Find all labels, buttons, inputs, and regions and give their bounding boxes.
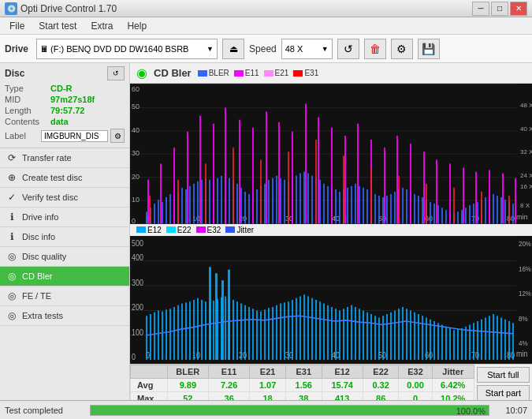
legend-color-jitter	[225, 226, 235, 233]
sidebar-item-create-test-disc[interactable]: ⊕ Create test disc	[0, 168, 129, 188]
menu-bar: File Start test Extra Help	[0, 17, 532, 35]
svg-rect-53	[236, 184, 238, 224]
svg-rect-144	[410, 144, 411, 223]
label-edit-button[interactable]: ⚙	[110, 129, 125, 143]
svg-rect-157	[260, 159, 262, 223]
svg-rect-235	[307, 296, 309, 360]
menu-file[interactable]: File	[3, 19, 31, 33]
close-button[interactable]: ✕	[510, 2, 527, 16]
legend-color-e31	[293, 70, 303, 77]
svg-rect-225	[268, 308, 270, 360]
speed-value: 48 X	[285, 44, 303, 54]
svg-rect-223	[260, 311, 262, 360]
top-chart: 0 10 20 30 40 50 60 0 10 20 30 40 50 60 …	[130, 84, 532, 224]
sidebar-item-label-transfer-rate: Transfer rate	[22, 153, 72, 163]
svg-text:0: 0	[132, 352, 136, 360]
menu-help[interactable]: Help	[121, 19, 153, 33]
svg-rect-111	[465, 208, 467, 223]
menu-extra[interactable]: Extra	[84, 19, 119, 33]
erase-button[interactable]: 🗑	[364, 39, 386, 59]
svg-rect-39	[181, 188, 183, 224]
disc-length-value: 79:57.72	[50, 106, 84, 115]
maximize-button[interactable]: □	[491, 2, 508, 16]
speed-arrow: ▼	[322, 45, 329, 53]
svg-rect-90	[382, 197, 384, 223]
sidebar-item-drive-info[interactable]: ℹ Drive info	[0, 208, 129, 227]
app-icon: 💿	[5, 2, 17, 15]
disc-length-key: Length	[5, 106, 50, 115]
sidebar-item-disc-quality[interactable]: ◎ Disc quality	[0, 247, 129, 267]
drive-selector[interactable]: 🖩 (F:) BENQ DVD DD DW1640 BSRB ▼	[36, 39, 218, 59]
svg-rect-237	[315, 300, 317, 361]
svg-rect-83	[355, 184, 356, 224]
svg-rect-142	[384, 148, 385, 223]
sidebar-item-cd-bler[interactable]: ◎ CD Bler	[0, 267, 129, 286]
svg-rect-139	[344, 136, 346, 224]
svg-text:60: 60	[132, 85, 140, 93]
svg-rect-65	[284, 180, 285, 224]
svg-text:20%: 20%	[519, 240, 531, 249]
svg-text:300: 300	[132, 278, 143, 287]
sidebar-item-fe-te[interactable]: ◎ FE / TE	[0, 286, 129, 306]
eject-button[interactable]: ⏏	[222, 39, 244, 59]
svg-text:10: 10	[132, 196, 140, 204]
chart-header: ◉ CD Bler BLER E11 E21 E31	[130, 63, 532, 84]
svg-rect-239	[323, 303, 325, 360]
title-bar: 💿 Opti Drive Control 1.70 ─ □ ✕	[0, 0, 532, 17]
svg-rect-208	[201, 300, 203, 361]
svg-rect-69	[299, 174, 301, 224]
top-chart-svg: 0 10 20 30 40 50 60 0 10 20 30 40 50 60 …	[130, 84, 532, 224]
col-header-e11: E11	[209, 365, 250, 379]
sidebar-item-disc-info[interactable]: ℹ Disc info	[0, 227, 129, 247]
minimize-button[interactable]: ─	[472, 2, 489, 16]
svg-rect-166	[508, 196, 510, 224]
col-header-e21: E21	[250, 365, 286, 379]
cell-avg-bler: 9.89	[167, 379, 208, 392]
svg-rect-264	[422, 316, 423, 360]
svg-rect-244	[343, 309, 344, 360]
svg-rect-155	[205, 163, 206, 223]
svg-rect-201	[173, 307, 175, 361]
svg-rect-86	[366, 189, 368, 224]
refresh-button[interactable]: ↺	[337, 39, 359, 59]
svg-rect-135	[292, 132, 293, 224]
menu-start-test[interactable]: Start test	[32, 19, 83, 33]
disc-panel: Disc ↺ Type CD-R MID 97m27s18f Length 79…	[0, 63, 129, 148]
bottom-chart-svg: 0 100 200 300 400 500 0 10 20 30 40 50 6…	[130, 236, 532, 361]
sidebar-item-label-drive-info: Drive info	[22, 212, 58, 222]
drive-dropdown-arrow: ▼	[206, 45, 214, 53]
transfer-rate-icon: ⟳	[6, 152, 17, 163]
sidebar-item-extra-tests[interactable]: ◎ Extra tests	[0, 306, 129, 326]
svg-rect-54	[240, 188, 242, 224]
chart-icon: ◉	[136, 65, 147, 80]
start-part-button[interactable]: Start part	[477, 385, 530, 401]
svg-text:16%: 16%	[519, 264, 531, 273]
cell-avg-e32: 0.00	[399, 379, 432, 392]
svg-rect-60	[264, 184, 266, 224]
svg-rect-217	[236, 301, 238, 360]
sidebar-item-verify-test-disc[interactable]: ✓ Verify test disc	[0, 188, 129, 208]
options-button[interactable]: ⚙	[391, 39, 413, 59]
content-area: ◉ CD Bler BLER E11 E21 E31	[130, 63, 532, 419]
sidebar-item-transfer-rate[interactable]: ⟳ Transfer rate	[0, 148, 129, 168]
disc-refresh-button[interactable]: ↺	[107, 66, 125, 80]
svg-rect-112	[469, 205, 471, 223]
svg-rect-196	[154, 312, 155, 360]
svg-rect-159	[315, 140, 317, 224]
svg-rect-283	[497, 316, 498, 360]
svg-text:0: 0	[132, 217, 136, 223]
col-header-empty	[131, 365, 168, 379]
svg-rect-228	[280, 303, 281, 360]
cd-bler-icon: ◎	[6, 271, 17, 282]
speed-selector[interactable]: 48 X ▼	[281, 39, 333, 59]
start-full-button[interactable]: Start full	[477, 367, 530, 383]
svg-rect-197	[158, 310, 159, 360]
svg-text:500: 500	[132, 238, 143, 248]
svg-rect-220	[248, 307, 250, 361]
svg-rect-238	[319, 301, 321, 360]
cell-avg-e22: 0.32	[363, 379, 399, 392]
save-button[interactable]: 💾	[418, 39, 440, 59]
disc-label-input[interactable]: IMGBURN_DIS	[41, 130, 108, 142]
svg-rect-232	[296, 297, 297, 360]
svg-rect-106	[445, 210, 447, 223]
